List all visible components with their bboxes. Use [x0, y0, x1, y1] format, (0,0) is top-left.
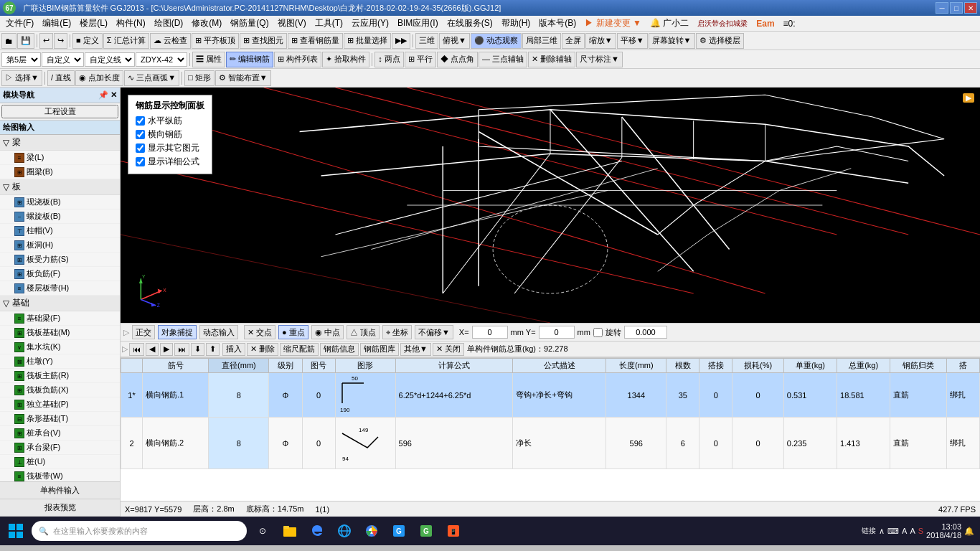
delete-record-button[interactable]: ✕ 删除: [247, 343, 278, 356]
y-input[interactable]: [539, 326, 575, 339]
menu-file[interactable]: 文件(F): [1, 16, 38, 31]
task-app3[interactable]: 📱: [440, 518, 466, 544]
local-3d-button[interactable]: 局部三维: [522, 33, 561, 49]
nav-col-pier[interactable]: ⊠柱墩(Y): [0, 354, 120, 369]
undo-button[interactable]: ↩: [39, 33, 53, 49]
menu-rebar-qty[interactable]: 钢筋量(Q): [226, 16, 273, 31]
coord-button[interactable]: ⌖ 坐标: [382, 325, 412, 339]
batch-select-button[interactable]: ⊞ 批量选择: [344, 33, 391, 49]
sum-button[interactable]: Σ 汇总计算: [103, 33, 149, 49]
zdyx-select[interactable]: ZDYX-42: [136, 52, 187, 67]
top-view-button[interactable]: 俯视▼: [439, 33, 470, 49]
smart-place-button[interactable]: ⚙ 智能布置▼: [215, 70, 271, 86]
point-length-button[interactable]: ◉ 点加长度: [75, 70, 123, 86]
two-point-button[interactable]: ↕ 两点: [374, 52, 404, 67]
cell-diameter2[interactable]: 8: [209, 418, 269, 469]
more-button[interactable]: ▶▶: [392, 33, 410, 49]
open-button[interactable]: 🖿: [1, 33, 17, 49]
parallel-button[interactable]: ⊞ 平行: [405, 52, 436, 67]
other-menu-button[interactable]: 其他▼: [400, 343, 431, 356]
select-floor-button[interactable]: ⚙ 选择楼层: [696, 33, 744, 49]
attr-button[interactable]: ☰ 属性: [192, 52, 225, 67]
cloud-check-button[interactable]: ☁ 云检查: [150, 33, 191, 49]
point-angle-button[interactable]: ◆ 点点角: [437, 52, 478, 67]
screen-rotate-button[interactable]: 屏幕旋转▼: [649, 33, 695, 49]
task-glodon[interactable]: G: [386, 518, 412, 544]
rectangle-button[interactable]: □ 矩形: [184, 70, 215, 86]
menu-version[interactable]: 版本号(B): [534, 16, 580, 31]
part-list-button[interactable]: ⊞ 构件列表: [274, 52, 321, 67]
viewport-3d[interactable]: 钢筋显示控制面板 水平纵筋 横向钢筋 显示其它图元 显示详细公式: [121, 88, 980, 323]
menu-tools[interactable]: 工具(T): [311, 16, 347, 31]
nav-raft-found[interactable]: ⊞筏板基础(M): [0, 326, 120, 340]
minimize-button[interactable]: ─: [936, 2, 948, 14]
show-other-checkbox[interactable]: [136, 143, 145, 153]
close-table-button[interactable]: ✕ 关闭: [433, 343, 464, 356]
x-input[interactable]: [472, 326, 508, 339]
engineering-setup-button[interactable]: 工程设置: [1, 105, 118, 118]
orthogonal-button[interactable]: 正交: [132, 325, 155, 339]
del-aux-button[interactable]: ✕ 删除辅轴: [528, 52, 575, 67]
table-row[interactable]: 1* 横向钢筋.1 8 Φ 0 50 190: [121, 373, 980, 418]
task-chrome[interactable]: [359, 518, 385, 544]
menu-eam[interactable]: Eam: [752, 17, 778, 30]
menu-view[interactable]: 视图(V): [273, 16, 311, 31]
nav-raft-neg-rebar[interactable]: ⊞筏板负筋(X): [0, 383, 120, 397]
tray-ime-a[interactable]: A: [902, 527, 907, 535]
nav-spiral-slab[interactable]: ~螺旋板(B): [0, 209, 120, 224]
menu-new-change[interactable]: ▶ 新建变更 ▼: [580, 16, 646, 31]
midpoint-button[interactable]: ◉ 中点: [311, 325, 344, 339]
maximize-button[interactable]: □: [950, 2, 963, 14]
view-rebar-button[interactable]: ⊞ 查看钢筋量: [288, 33, 343, 49]
zoom-button[interactable]: 缩放▼: [585, 33, 616, 49]
three-arc-button[interactable]: ∿ 三点画弧▼: [124, 70, 179, 86]
floor-select[interactable]: 第5层: [1, 52, 41, 67]
menu-draw[interactable]: 绘图(D): [150, 16, 188, 31]
nav-isolated-found[interactable]: ⊞独立基础(P): [0, 397, 120, 412]
check-horizontal-rebar[interactable]: 水平纵筋: [136, 115, 204, 127]
next-record-button[interactable]: ▶: [160, 343, 173, 356]
pick-part-button[interactable]: ✦ 拾取构件: [322, 52, 369, 67]
tray-clock[interactable]: 13:03 2018/4/18: [926, 522, 961, 540]
tray-sogou-icon[interactable]: S: [918, 527, 923, 535]
find-button[interactable]: ⊞ 查找图元: [240, 33, 287, 49]
nav-column-cap[interactable]: ⊤柱帽(V): [0, 224, 120, 238]
menu-bim[interactable]: BIM应用(I): [393, 16, 443, 31]
check-show-other[interactable]: 显示其它图元: [136, 142, 204, 154]
prev-record-button[interactable]: ◀: [146, 343, 159, 356]
taskbar-search[interactable]: 🔍 在这里输入你要搜索的内容: [32, 521, 247, 541]
rebar-lib-button[interactable]: 钢筋图库: [360, 343, 399, 356]
nav-floor-band[interactable]: ≡楼层板带(H): [0, 281, 120, 296]
object-snap-button[interactable]: 对象捕捉: [158, 325, 197, 339]
group-beam-header[interactable]: ▽ 梁: [0, 135, 120, 151]
task-ie[interactable]: [331, 518, 357, 544]
custom-select1[interactable]: 自定义: [42, 52, 84, 67]
start-button[interactable]: [3, 518, 29, 544]
nav-slab-rebar[interactable]: ⊞板受力筋(S): [0, 253, 120, 267]
nav-cast-slab[interactable]: ⊞现浇板(B): [0, 195, 120, 209]
task-app2[interactable]: G: [413, 518, 439, 544]
menu-edit[interactable]: 编辑(E): [38, 16, 75, 31]
nav-raft-main-rebar[interactable]: ⊞筏板主筋(R): [0, 369, 120, 383]
fullscreen-button[interactable]: 全屏: [562, 33, 585, 49]
rotate-checkbox[interactable]: [593, 328, 603, 337]
nav-cap-beam[interactable]: ⊞承台梁(F): [0, 441, 120, 455]
custom-line-select[interactable]: 自定义线: [85, 52, 135, 67]
nav-ring-beam[interactable]: ⊞ 圈梁(B): [0, 165, 120, 179]
nav-pile[interactable]: ⊥桩(U): [0, 455, 120, 469]
vertex-button[interactable]: △ 顶点: [347, 325, 380, 339]
group-slab-header[interactable]: ▽ 板: [0, 179, 120, 195]
single-part-input-button[interactable]: 单构件输入: [0, 482, 120, 499]
pan-button[interactable]: 平移▼: [617, 33, 648, 49]
menu-help[interactable]: 帮助(H): [497, 16, 535, 31]
nav-strip-found[interactable]: ⊟条形基础(T): [0, 412, 120, 426]
nav-slab-hole[interactable]: ⊞板洞(H): [0, 238, 120, 253]
rotate-input[interactable]: [624, 326, 667, 339]
table-row[interactable]: 2 横向钢筋.2 8 Φ 0 149 94 596: [121, 418, 980, 469]
show-formula-checkbox[interactable]: [136, 157, 145, 166]
menu-floor[interactable]: 楼层(L): [75, 16, 112, 31]
no-offset-button[interactable]: 不偏移▼: [415, 325, 453, 339]
dynamic-view-button[interactable]: ⚫ 动态观察: [471, 33, 522, 49]
down-button[interactable]: ⬇: [191, 343, 204, 356]
line-button[interactable]: / 直线: [47, 70, 75, 86]
